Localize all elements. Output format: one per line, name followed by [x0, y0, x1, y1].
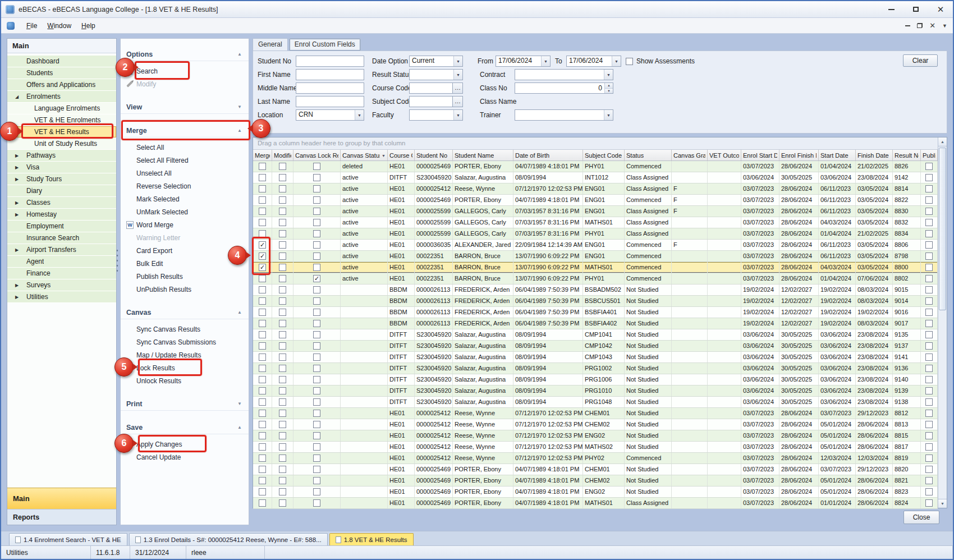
to-date-select[interactable]: 17/06/2024▼: [566, 56, 621, 67]
modified-checkbox[interactable]: [279, 365, 286, 372]
publish-checkbox[interactable]: [925, 499, 933, 507]
scroll-up-icon[interactable]: ▲: [938, 137, 947, 146]
group-canvas[interactable]: Canvas▲: [121, 306, 249, 319]
column-header-modified[interactable]: Modified: [272, 150, 293, 161]
collapsed-icon[interactable]: ▶: [15, 200, 26, 205]
publish-checkbox[interactable]: [925, 477, 933, 484]
column-header-canvas-lock-result[interactable]: Canvas Lock Result: [293, 150, 341, 161]
subject-code-lookup-button[interactable]: …: [453, 96, 463, 107]
action-apply-changes[interactable]: Apply Changes: [121, 438, 249, 451]
trainer-select[interactable]: ▼: [515, 109, 613, 121]
sidebar-item-airport-transfers[interactable]: ▶Airport Transfers: [7, 244, 116, 256]
modified-checkbox[interactable]: [279, 376, 286, 383]
canvas-lock-result-checkbox[interactable]: [313, 286, 320, 293]
canvas-lock-result-checkbox[interactable]: [313, 499, 320, 507]
publish-checkbox[interactable]: [925, 230, 933, 237]
table-row[interactable]: BBDM0000026113FREDERICK, Arden06/04/1989…: [253, 307, 938, 318]
publish-checkbox[interactable]: [925, 432, 933, 439]
modified-checkbox[interactable]: [279, 196, 286, 204]
merge-checkbox[interactable]: [259, 253, 266, 260]
publish-checkbox[interactable]: [925, 163, 933, 170]
canvas-lock-result-checkbox[interactable]: [313, 342, 320, 350]
maximize-button[interactable]: [903, 1, 928, 17]
course-code-input[interactable]: [409, 82, 453, 94]
modified-checkbox[interactable]: [279, 354, 286, 361]
modified-checkbox[interactable]: [279, 320, 286, 327]
collapsed-icon[interactable]: ▶: [15, 295, 26, 300]
canvas-lock-result-checkbox[interactable]: [313, 185, 320, 192]
merge-checkbox[interactable]: [259, 488, 266, 495]
column-header-date-of-birth[interactable]: Date of Birth: [513, 150, 583, 161]
merge-checkbox[interactable]: [259, 365, 266, 372]
publish-checkbox[interactable]: [925, 342, 933, 350]
merge-checkbox[interactable]: [259, 443, 266, 451]
publish-checkbox[interactable]: [925, 253, 933, 260]
chevron-down-icon[interactable]: ▼: [453, 70, 462, 80]
modified-checkbox[interactable]: [279, 163, 286, 170]
last-name-input[interactable]: [296, 96, 364, 107]
modified-checkbox[interactable]: [279, 275, 286, 282]
merge-checkbox[interactable]: [259, 354, 266, 361]
canvas-lock-result-checkbox[interactable]: [313, 354, 320, 361]
canvas-lock-result-checkbox[interactable]: [313, 455, 320, 462]
group-save[interactable]: Save▲: [121, 421, 249, 434]
table-row[interactable]: activeHE0100022351BARRON, Bruce13/07/199…: [253, 251, 938, 262]
table-row[interactable]: activeHE010000025469PORTER, Ebony04/07/1…: [253, 195, 938, 206]
action-unlock-results[interactable]: Unlock Results: [121, 374, 249, 387]
table-row[interactable]: activeHE010000025599GALLEGOS, Carly07/03…: [253, 228, 938, 240]
chevron-down-icon[interactable]: ▼: [453, 56, 462, 66]
clear-button[interactable]: Clear: [903, 54, 938, 67]
canvas-lock-result-checkbox[interactable]: [313, 297, 320, 305]
action-cancel-update[interactable]: Cancel Update: [121, 451, 249, 463]
modified-checkbox[interactable]: [279, 342, 286, 350]
merge-checkbox[interactable]: [259, 196, 266, 204]
publish-checkbox[interactable]: [925, 421, 933, 428]
modified-checkbox[interactable]: [279, 174, 286, 181]
canvas-lock-result-checkbox[interactable]: [313, 219, 320, 226]
merge-checkbox[interactable]: [259, 320, 266, 327]
column-header-finish-date[interactable]: Finish Date: [856, 150, 893, 161]
merge-checkbox[interactable]: [259, 185, 266, 192]
menu-help[interactable]: Help: [76, 20, 100, 31]
modified-checkbox[interactable]: [279, 466, 286, 473]
canvas-lock-result-checkbox[interactable]: [313, 163, 320, 170]
group-options[interactable]: Options▲: [121, 48, 249, 61]
publish-checkbox[interactable]: [925, 455, 933, 462]
publish-checkbox[interactable]: [925, 488, 933, 495]
modified-checkbox[interactable]: [279, 185, 286, 192]
merge-checkbox[interactable]: [259, 455, 266, 462]
canvas-lock-result-checkbox[interactable]: [313, 488, 320, 495]
action-mark-selected[interactable]: Mark Selected: [121, 192, 249, 205]
collapse-icon[interactable]: ▲: [237, 425, 242, 430]
student-no-input[interactable]: [296, 56, 364, 67]
publish-checkbox[interactable]: [925, 365, 933, 372]
action-select-all-filtered[interactable]: Select All Filtered: [121, 154, 249, 167]
expanded-icon[interactable]: ◢: [15, 94, 26, 99]
canvas-lock-result-checkbox[interactable]: [313, 387, 320, 394]
canvas-lock-result-checkbox[interactable]: [313, 398, 320, 406]
column-header-course-code[interactable]: Course Code: [388, 150, 415, 161]
modified-checkbox[interactable]: [279, 455, 286, 462]
tab-general[interactable]: General: [253, 38, 288, 51]
column-header-canvas-status[interactable]: Canvas Status▼: [341, 150, 388, 161]
middle-name-input[interactable]: [296, 82, 364, 94]
merge-checkbox[interactable]: [259, 219, 266, 226]
tab-enrol-custom-fields[interactable]: Enrol Custom Fields: [289, 38, 361, 51]
sidebar-item-language-enrolments[interactable]: Language Enrolments: [7, 103, 116, 114]
publish-checkbox[interactable]: [925, 443, 933, 451]
action-sync-canvas-results[interactable]: Sync Canvas Results: [121, 323, 249, 336]
chevron-down-icon[interactable]: ▼: [453, 110, 462, 120]
publish-checkbox[interactable]: [925, 241, 933, 249]
checkbox-icon[interactable]: [626, 58, 633, 65]
publish-checkbox[interactable]: [925, 208, 933, 215]
mdi-tab-1-8-vet-he-results[interactable]: 1.8 VET & HE Results: [329, 533, 414, 545]
spin-down-icon[interactable]: ▼: [605, 89, 613, 94]
publish-checkbox[interactable]: [925, 286, 933, 293]
merge-checkbox[interactable]: [259, 163, 266, 170]
column-header-student-no[interactable]: Student No: [415, 150, 453, 161]
merge-checkbox[interactable]: [259, 398, 266, 406]
canvas-lock-result-checkbox[interactable]: [313, 376, 320, 383]
merge-checkbox[interactable]: [259, 275, 266, 282]
column-header-student-name[interactable]: Student Name: [453, 150, 513, 161]
filter-icon[interactable]: ▼: [382, 154, 386, 158]
